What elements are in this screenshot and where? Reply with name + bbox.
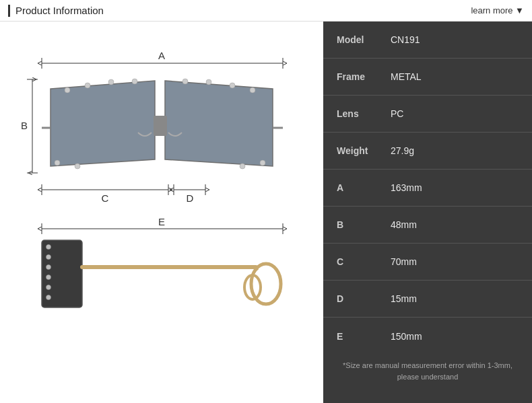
spec-row: E150mm xyxy=(323,318,532,355)
specs-table: ModelCN191FrameMETALLensPCWeight27.9gA16… xyxy=(323,22,532,355)
svg-point-13 xyxy=(230,83,235,88)
spec-value: METAL xyxy=(391,71,422,82)
svg-rect-6 xyxy=(154,116,167,136)
spec-value: CN191 xyxy=(391,34,420,45)
spec-row: LensPC xyxy=(323,96,532,133)
spec-row: ModelCN191 xyxy=(323,22,532,59)
svg-point-12 xyxy=(206,79,211,85)
svg-point-14 xyxy=(250,87,255,93)
spec-value: 27.9g xyxy=(391,145,414,156)
svg-point-7 xyxy=(65,87,70,93)
svg-point-34 xyxy=(46,275,51,280)
spec-label: Frame xyxy=(337,71,391,82)
spec-row: A163mm xyxy=(323,170,532,207)
svg-point-9 xyxy=(108,79,114,85)
spec-value: PC xyxy=(391,108,403,119)
svg-point-35 xyxy=(46,285,51,290)
spec-value: 70mm xyxy=(391,256,417,267)
svg-point-18 xyxy=(260,160,265,166)
spec-row: FrameMETAL xyxy=(323,59,532,96)
dim-b-label: B xyxy=(21,120,28,131)
spec-label: E xyxy=(337,331,391,342)
svg-point-31 xyxy=(46,245,51,250)
front-view-diagram: A B xyxy=(13,28,310,210)
specs-panel: ModelCN191FrameMETALLensPCWeight27.9gA16… xyxy=(323,22,532,403)
spec-row: Weight27.9g xyxy=(323,133,532,170)
diagram-panel: A B xyxy=(0,22,323,403)
dim-d-label: D xyxy=(187,192,194,204)
title-text: Product Information xyxy=(15,5,104,16)
spec-value: 15mm xyxy=(391,293,417,304)
spec-label: A xyxy=(337,182,391,193)
svg-point-11 xyxy=(182,79,188,84)
svg-point-16 xyxy=(75,163,80,169)
main-content: A B xyxy=(0,22,532,403)
learn-more-label: learn more ▼ xyxy=(471,5,524,15)
spec-label: Lens xyxy=(337,108,391,119)
page-header: Product Information learn more ▼ xyxy=(0,0,532,22)
dim-e-label: E xyxy=(158,217,165,227)
spec-label: C xyxy=(337,256,391,267)
learn-more-button[interactable]: learn more ▼ xyxy=(471,5,524,15)
svg-line-39 xyxy=(255,267,257,270)
svg-point-10 xyxy=(132,79,137,84)
spec-note: *Size are manual measurement error withi… xyxy=(323,355,532,388)
dim-a-label: A xyxy=(158,50,165,61)
svg-point-33 xyxy=(46,265,51,270)
spec-row: D15mm xyxy=(323,281,532,318)
page-title: Product Information xyxy=(8,5,104,17)
spec-label: D xyxy=(337,293,391,304)
spec-row: C70mm xyxy=(323,244,532,281)
svg-point-36 xyxy=(46,295,51,300)
spec-label: Model xyxy=(337,34,391,45)
svg-point-15 xyxy=(55,160,60,166)
spec-label: B xyxy=(337,219,391,230)
svg-point-32 xyxy=(46,255,51,260)
spec-value: 150mm xyxy=(391,331,422,342)
dim-c-label: C xyxy=(102,192,109,204)
spec-value: 163mm xyxy=(391,182,422,193)
spec-value: 48mm xyxy=(391,219,417,230)
side-view-diagram: E xyxy=(13,217,310,344)
spec-row: B48mm xyxy=(323,207,532,244)
svg-point-8 xyxy=(85,83,90,88)
svg-point-17 xyxy=(240,163,245,169)
spec-label: Weight xyxy=(337,145,391,156)
